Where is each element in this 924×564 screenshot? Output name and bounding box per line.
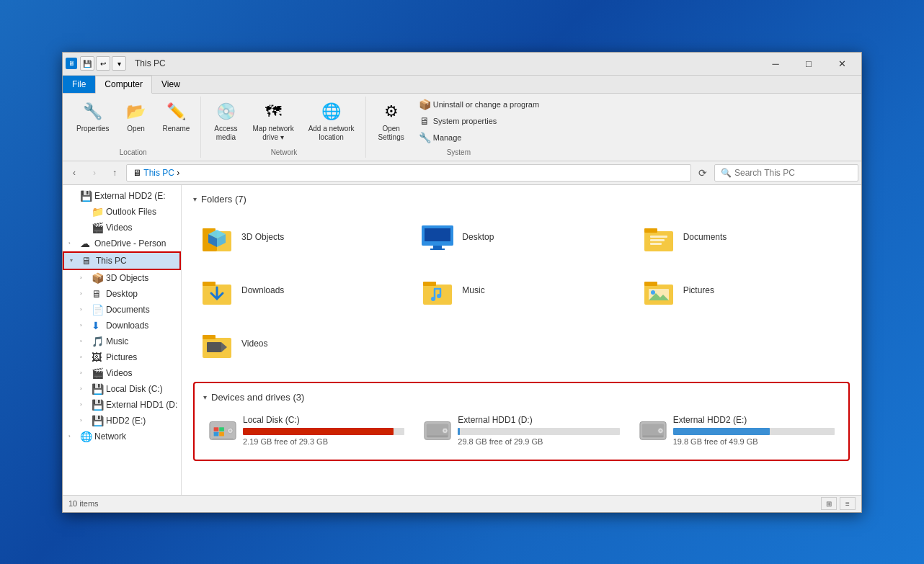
sidebar-item-3d-objects[interactable]: › 📦 3D Objects [63,270,181,286]
folder-item-3d-objects[interactable]: 3D Objects [193,213,408,261]
quick-access-toolbar: 💾 ↩ ▾ [80,56,126,71]
drive-e-bar-fill [673,428,770,435]
svg-rect-8 [425,228,450,241]
up-button[interactable]: ↑ [106,164,123,182]
desktop-icon: 🖥 [92,288,103,300]
open-settings-button[interactable]: ⚙ OpenSettings [373,97,409,146]
undo-quick-btn[interactable]: ↩ [96,56,110,71]
sidebar-item-music[interactable]: › 🎵 Music [63,334,181,349]
folder-item-documents[interactable]: Documents [635,213,850,261]
sidebar-item-desktop[interactable]: › 🖥 Desktop [63,286,181,302]
hdd-c-icon: 💾 [92,383,103,395]
sidebar-item-label: HDD2 (E:) [106,416,146,426]
network-group-label: Network [271,148,298,158]
open-button[interactable]: 📂 Open [119,97,154,137]
address-crumb-this-pc[interactable]: This PC [143,168,174,178]
sidebar-item-videos[interactable]: › 🎬 Videos [63,365,181,381]
details-view-button[interactable]: ≡ [840,497,856,510]
sidebar-item-outlook-files[interactable]: 📁 Outlook Files [63,204,181,220]
open-icon: 📂 [125,100,148,123]
minimize-button[interactable]: ─ [759,52,792,75]
window-icon: 🖥 [66,58,77,69]
search-box[interactable]: 🔍 [714,164,858,182]
access-media-button[interactable]: 💿 Accessmedia [208,97,243,146]
svg-rect-28 [203,335,216,339]
view-controls: ⊞ ≡ [821,497,856,510]
sidebar-item-onedrive[interactable]: › ☁ OneDrive - Person [63,236,181,251]
uninstall-button[interactable]: 📦 Uninstall or change a program [414,97,544,112]
drive-item-local-disk-c[interactable]: Local Disk (C:) 2.19 GB free of 29.3 GB [203,410,409,451]
tab-view[interactable]: View [152,76,190,94]
tab-file[interactable]: File [63,76,95,93]
manage-button[interactable]: 🔧 Manage [414,130,544,146]
svg-rect-23 [644,282,657,286]
system-small-buttons: 📦 Uninstall or change a program 🖥 System… [414,97,544,146]
svg-rect-14 [650,239,665,241]
rename-button[interactable]: ✏️ Rename [158,97,195,137]
network-icon: 🌐 [80,431,92,442]
drive-e-info: External HDD2 (E:) 19.8 GB free of 49.9 … [673,415,835,446]
address-input[interactable]: 🖥 This PC › [126,164,691,182]
chevron-icon: › [68,433,77,439]
sidebar-item-hdd2-e[interactable]: › 💾 HDD2 (E:) [63,413,181,429]
drive-e-free: 19.8 GB free of 49.9 GB [673,437,835,446]
drive-c-bar-container [243,428,404,435]
folder-item-videos[interactable]: Videos [193,320,408,367]
chevron-icon: › [80,290,89,297]
sidebar-item-downloads[interactable]: › ⬇ Downloads [63,318,181,334]
drive-item-external-hdd2-e[interactable]: External HDD2 (E:) 19.8 GB free of 49.9 … [634,410,840,451]
sidebar-item-documents[interactable]: › 📄 Documents [63,302,181,318]
chevron-icon: › [80,417,89,424]
sidebar-item-label: Network [94,431,126,442]
add-network-location-button[interactable]: 🌐 Add a networklocation [303,97,360,146]
system-properties-button[interactable]: 🖥 System properties [414,113,544,129]
tab-computer[interactable]: Computer [95,76,152,94]
refresh-button[interactable]: ⟳ [694,164,711,182]
close-button[interactable]: ✕ [825,52,858,75]
folder-item-desktop[interactable]: Desktop [414,213,628,261]
uninstall-icon: 📦 [419,99,430,110]
svg-rect-39 [213,438,234,439]
sidebar-item-external-hdd2[interactable]: 💾 External HDD2 (E: [63,188,181,204]
sidebar-item-label: Documents [106,305,150,315]
forward-button[interactable]: › [86,164,103,182]
svg-rect-29 [207,342,221,352]
svg-point-20 [431,297,435,301]
sidebar-item-label: Downloads [106,321,148,331]
sidebar-item-label: External HDD2 (E: [94,191,166,201]
properties-button[interactable]: 🔧 Properties [71,97,115,137]
status-bar: 10 items ⊞ ≡ [63,495,861,512]
svg-rect-12 [644,228,657,233]
sidebar-item-external-hdd1-d[interactable]: › 💾 External HDD1 (D: [63,397,181,413]
svg-rect-15 [650,243,662,245]
folders-section-label: Folders (7) [201,194,246,205]
folder-desktop-icon [420,220,455,254]
svg-point-45 [444,429,446,431]
sidebar-item-local-disk-c[interactable]: › 💾 Local Disk (C:) [63,381,181,397]
network-group-items: 💿 Accessmedia 🗺 Map networkdrive ▾ 🌐 Add… [208,97,359,146]
folder-item-music[interactable]: Music [414,267,628,314]
sidebar-item-label: Outlook Files [106,207,156,217]
search-input[interactable] [734,168,852,178]
back-button[interactable]: ‹ [66,164,83,182]
sidebar-item-network[interactable]: › 🌐 Network [63,429,181,444]
access-media-icon: 💿 [214,100,237,123]
system-properties-label: System properties [433,117,497,125]
large-icons-view-button[interactable]: ⊞ [821,497,837,510]
svg-point-38 [229,429,231,431]
drive-e-bar-container [673,428,835,435]
folder-item-downloads[interactable]: Downloads [193,267,408,314]
sidebar-item-this-pc[interactable]: ▾ 🖥 This PC [63,251,181,270]
sidebar-item-pictures[interactable]: › 🖼 Pictures [63,349,181,365]
drive-item-external-hdd1-d[interactable]: External HDD1 (D:) 29.8 GB free of 29.9 … [418,410,624,451]
drive-d-bar-container [458,428,619,435]
sidebar-item-videos-sub[interactable]: 🎬 Videos [63,220,181,236]
folder-item-pictures[interactable]: Pictures [635,267,850,314]
svg-rect-33 [214,427,219,431]
open-label: Open [127,125,144,133]
map-network-drive-button[interactable]: 🗺 Map networkdrive ▾ [247,97,298,146]
maximize-button[interactable]: □ [792,52,825,75]
quick-access-dropdown[interactable]: ▾ [112,56,126,71]
save-quick-btn[interactable]: 💾 [80,56,94,71]
map-network-icon: 🗺 [262,100,285,123]
